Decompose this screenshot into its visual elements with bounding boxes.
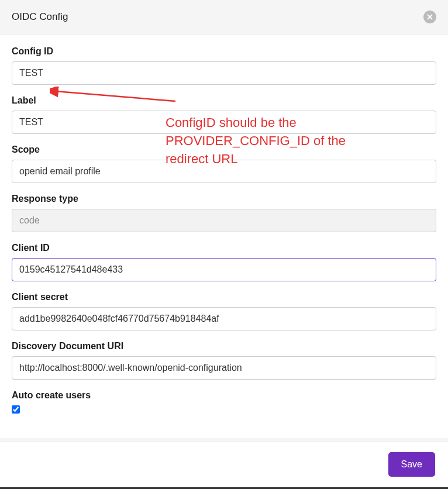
config-id-label: Config ID	[12, 46, 436, 57]
field-discovery-uri: Discovery Document URI	[12, 341, 436, 380]
field-response-type: Response type	[12, 194, 436, 232]
close-icon	[427, 14, 433, 20]
discovery-uri-input[interactable]	[12, 356, 436, 380]
client-id-input[interactable]	[12, 258, 436, 281]
close-button[interactable]	[423, 11, 436, 23]
scope-label: Scope	[12, 144, 436, 155]
client-secret-input[interactable]	[12, 307, 436, 330]
discovery-uri-label: Discovery Document URI	[12, 341, 436, 352]
save-button[interactable]: Save	[388, 452, 435, 477]
field-client-id: Client ID	[12, 243, 436, 281]
auto-create-label: Auto create users	[12, 390, 436, 401]
field-scope: Scope	[12, 144, 436, 183]
response-type-label: Response type	[12, 194, 436, 204]
label-label: Label	[12, 95, 436, 106]
modal-title: OIDC Config	[12, 11, 68, 23]
field-auto-create: Auto create users	[12, 390, 436, 416]
response-type-input	[12, 209, 436, 232]
client-secret-label: Client secret	[12, 292, 436, 302]
modal-header: OIDC Config	[0, 0, 448, 35]
field-config-id: Config ID	[12, 46, 436, 85]
auto-create-checkbox[interactable]	[12, 405, 20, 414]
scope-input[interactable]	[12, 160, 436, 183]
modal-footer: Save	[0, 441, 448, 487]
config-id-input[interactable]	[12, 61, 436, 85]
label-input[interactable]	[12, 111, 436, 134]
modal-body: Config ID Label Scope Response type Clie…	[0, 35, 448, 438]
field-label: Label	[12, 95, 436, 134]
field-client-secret: Client secret	[12, 292, 436, 330]
client-id-label: Client ID	[12, 243, 436, 253]
